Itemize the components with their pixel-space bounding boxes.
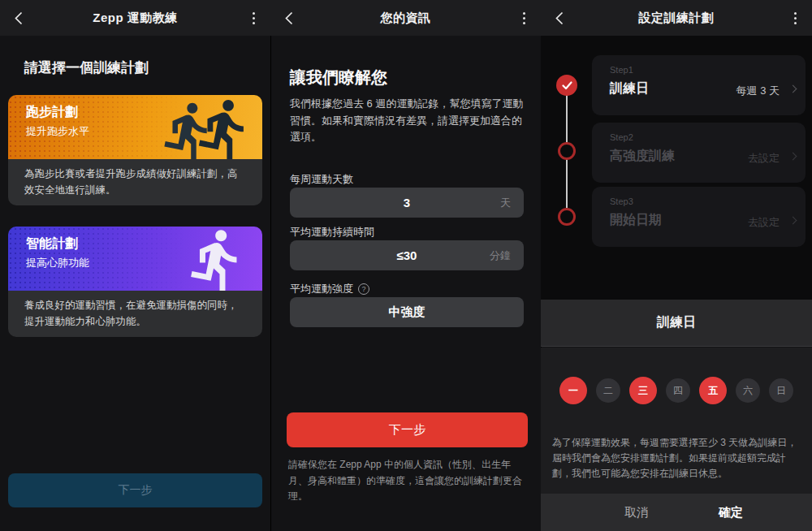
- chevron-right-icon: [789, 85, 797, 93]
- footnote-text: 請確保您在 Zepp App 中的個人資訊（性別、出生年月、身高和體重）的準確度…: [288, 457, 526, 505]
- step-card-high-intensity[interactable]: Step2 高強度訓練 去設定: [592, 123, 806, 183]
- day-wednesday[interactable]: 三: [629, 377, 657, 404]
- sheet-note: 為了保障運動效果，每週需要選擇至少 3 天做為訓練日，屆時我們會為您安排運動計劃…: [552, 435, 802, 481]
- plan-subtitle: 提升跑步水平: [26, 124, 89, 139]
- plan-title: 智能計劃: [26, 235, 78, 253]
- step2-pending-indicator: [558, 142, 576, 160]
- step-title: 訓練日: [610, 80, 649, 97]
- step-number: Step1: [610, 65, 633, 75]
- kebab-menu-icon[interactable]: [515, 9, 533, 27]
- plan-subtitle: 提高心肺功能: [26, 256, 89, 270]
- field-unit: 分鐘: [490, 248, 511, 263]
- step-title: 開始日期: [610, 212, 662, 229]
- screen-plan-selection: Zepp 運動教練 請選擇一個訓練計劃 跑步計劃 提升跑步水平 為跑步比賽或者提…: [0, 0, 270, 531]
- step1-done-indicator: [556, 75, 577, 96]
- cancel-button[interactable]: 取消: [588, 505, 685, 520]
- appbar-your-info: 您的資訊: [270, 0, 541, 36]
- field-label-intensity: 平均運動強度 ?: [290, 282, 369, 296]
- confirm-button[interactable]: 確定: [682, 505, 780, 520]
- field-label-days: 每周運動天數: [290, 172, 353, 187]
- plan-card-running[interactable]: 跑步計劃 提升跑步水平 為跑步比賽或者提升跑步成績做好訓練計劃，高效安全地進行訓…: [8, 95, 262, 205]
- step-value: 去設定: [748, 151, 780, 166]
- appbar-setup-plan: 設定訓練計劃: [541, 0, 812, 36]
- kebab-menu-icon[interactable]: [786, 9, 804, 27]
- field-value: 3: [404, 196, 410, 209]
- back-icon[interactable]: [551, 10, 568, 26]
- bottom-sheet-header: 訓練日: [541, 300, 812, 347]
- page-title: Zepp 運動教練: [93, 11, 178, 26]
- next-button[interactable]: 下一步: [287, 412, 528, 447]
- day-friday[interactable]: 五: [699, 377, 727, 404]
- field-unit: 天: [500, 196, 511, 210]
- day-tuesday[interactable]: 二: [596, 378, 620, 403]
- step3-pending-indicator: [558, 208, 576, 226]
- screen-setup-plan: 設定訓練計劃 Step1 訓練日 每週 3 天 Step2 高強度訓練 去設定 …: [541, 0, 812, 531]
- zepp-coach-app: Zepp 運動教練 請選擇一個訓練計劃 跑步計劃 提升跑步水平 為跑步比賽或者提…: [0, 0, 812, 531]
- day-monday[interactable]: 一: [559, 377, 587, 404]
- back-icon[interactable]: [11, 10, 27, 26]
- step-value: 每週 3 天: [736, 84, 780, 98]
- smart-plan-banner: 智能計劃 提高心肺功能: [8, 227, 262, 291]
- step-card-training-days[interactable]: Step1 訓練日 每週 3 天: [592, 55, 806, 115]
- field-value: ≤30: [397, 248, 417, 262]
- step-value: 去設定: [748, 215, 780, 230]
- chevron-right-icon: [789, 217, 797, 225]
- bottom-sheet-body: 一 二 三 四 五 六 日 為了保障運動效果，每週需要選擇至少 3 天做為訓練日…: [541, 348, 812, 494]
- runners-image: [191, 96, 257, 159]
- step-number: Step3: [610, 196, 633, 206]
- days-per-week-select[interactable]: 3 天: [290, 188, 524, 218]
- appbar-plan-selection: Zepp 運動教練: [0, 0, 270, 36]
- step-number: Step2: [610, 132, 633, 142]
- chevron-right-icon: [789, 153, 797, 161]
- bottom-sheet-footer: 取消 確定: [541, 494, 812, 531]
- plan-title: 跑步計劃: [26, 104, 78, 121]
- plan-description: 為跑步比賽或者提升跑步成績做好訓練計劃，高效安全地進行訓練。: [8, 159, 262, 205]
- runner-image: [183, 227, 251, 291]
- field-label-text: 平均運動強度: [290, 282, 353, 296]
- field-value: 中強度: [389, 304, 425, 320]
- screen-your-info: 您的資訊 讓我們瞭解您 我們根據您過去 6 週的運動記錄，幫您填寫了運動習慣。如…: [270, 0, 541, 531]
- step-card-start-date[interactable]: Step3 開始日期 去設定: [592, 187, 806, 247]
- section-title: 請選擇一個訓練計劃: [24, 58, 149, 77]
- page-title: 您的資訊: [381, 11, 431, 26]
- page-heading: 讓我們瞭解您: [290, 67, 387, 88]
- intro-text: 我們根據您過去 6 週的運動記錄，幫您填寫了運動習慣。如果和實際情況有差異，請選…: [290, 96, 525, 146]
- plan-description: 養成良好的運動習慣，在避免運動損傷的同時，提升運動能力和心肺功能。: [8, 291, 262, 337]
- weekday-picker: 一 二 三 四 五 六 日: [541, 377, 812, 404]
- kebab-menu-icon[interactable]: [244, 9, 262, 27]
- avg-intensity-select[interactable]: 中強度: [290, 297, 524, 327]
- field-label-duration: 平均運動持續時間: [290, 225, 374, 240]
- day-sunday[interactable]: 日: [769, 378, 793, 403]
- help-icon[interactable]: ?: [358, 283, 369, 295]
- plan-card-smart[interactable]: 智能計劃 提高心肺功能 養成良好的運動習慣，在避免運動損傷的同時，提升運動能力和…: [8, 227, 262, 337]
- next-button-disabled[interactable]: 下一步: [8, 473, 262, 507]
- back-icon[interactable]: [281, 10, 297, 26]
- step-title: 高強度訓練: [610, 148, 675, 165]
- day-saturday[interactable]: 六: [736, 378, 760, 403]
- day-thursday[interactable]: 四: [666, 378, 690, 403]
- avg-duration-select[interactable]: ≤30 分鐘: [290, 240, 524, 270]
- sheet-title: 訓練日: [657, 314, 696, 331]
- check-icon: [562, 81, 572, 90]
- running-plan-banner: 跑步計劃 提升跑步水平: [8, 95, 262, 159]
- page-title: 設定訓練計劃: [639, 11, 715, 26]
